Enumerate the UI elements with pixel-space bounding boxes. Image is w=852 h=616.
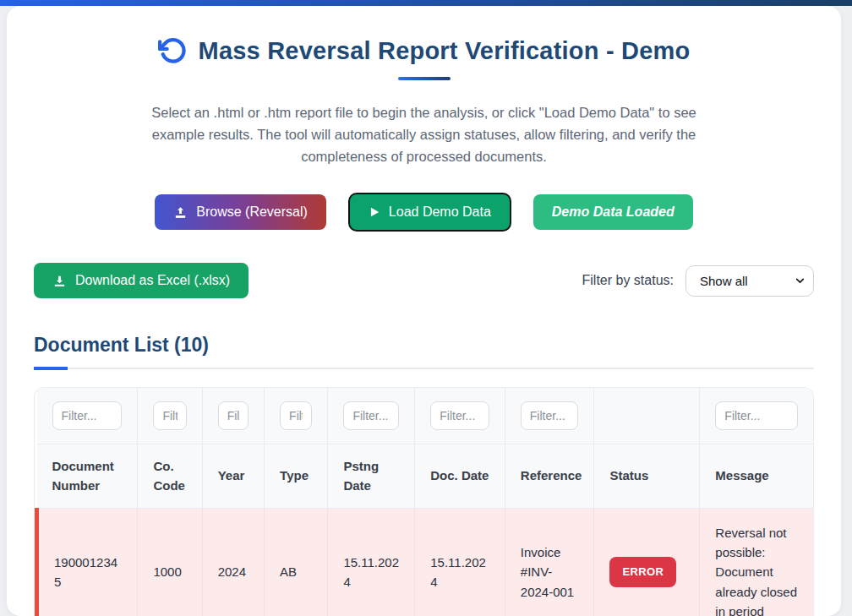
- filter-input-message[interactable]: [715, 401, 798, 430]
- demo-data-loaded-button[interactable]: Demo Data Loaded: [533, 194, 693, 230]
- filter-input-document-number[interactable]: [52, 401, 123, 430]
- column-header-row: Document Number Co. Code Year Type Pstng…: [37, 444, 814, 509]
- column-header-message: Message: [700, 444, 813, 509]
- load-demo-button-label: Load Demo Data: [389, 204, 491, 220]
- filter-input-year[interactable]: [218, 401, 248, 430]
- column-header-status: Status: [594, 444, 700, 509]
- cell-doc-date: 15.11.2024: [415, 509, 505, 616]
- column-filter-row: [37, 388, 814, 444]
- browse-reversal-button[interactable]: Browse (Reversal): [155, 194, 326, 230]
- toolbar: Download as Excel (.xlsx) Filter by stat…: [34, 263, 814, 298]
- page-header: Mass Reversal Report Verification - Demo: [34, 36, 814, 65]
- column-header-co-code: Co. Code: [138, 444, 202, 509]
- download-button-label: Download as Excel (.xlsx): [75, 273, 230, 288]
- cell-pstng-date: 15.11.2024: [328, 509, 415, 616]
- filter-input-doc-date[interactable]: [430, 401, 489, 430]
- filter-input-co-code[interactable]: [153, 401, 186, 430]
- status-badge: ERROR: [609, 557, 676, 587]
- cell-document-number: 1900012345: [37, 509, 138, 616]
- column-header-year: Year: [202, 444, 264, 509]
- cell-type: AB: [265, 509, 328, 616]
- column-header-pstng-date: Pstng Date: [328, 444, 415, 509]
- reversal-arrow-icon: [158, 36, 187, 65]
- cell-reference: Invoice #INV-2024-001: [505, 509, 594, 616]
- filter-input-type[interactable]: [280, 401, 312, 430]
- cell-co-code: 1000: [138, 509, 202, 616]
- column-header-type: Type: [265, 444, 328, 509]
- status-filter-select[interactable]: Show all: [685, 265, 814, 297]
- demo-loaded-label: Demo Data Loaded: [552, 204, 674, 220]
- upload-icon: [173, 205, 188, 220]
- status-filter-label: Filter by status:: [582, 273, 674, 288]
- column-header-document-number: Document Number: [37, 444, 138, 509]
- download-icon: [52, 274, 67, 288]
- document-list-heading: Document List (10): [34, 334, 814, 357]
- main-card: Mass Reversal Report Verification - Demo…: [7, 6, 841, 616]
- browse-button-label: Browse (Reversal): [196, 204, 308, 220]
- section-divider: [34, 368, 814, 369]
- cell-status: ERROR: [594, 509, 700, 616]
- cell-message: Reversal not possible: Document already …: [700, 509, 813, 616]
- play-icon: [369, 206, 380, 218]
- column-header-reference: Reference: [505, 444, 594, 509]
- cell-year: 2024: [202, 509, 264, 616]
- title-underline: [398, 77, 451, 80]
- column-header-doc-date: Doc. Date: [415, 444, 505, 509]
- filter-input-reference[interactable]: [521, 401, 579, 430]
- status-filter-control: Filter by status: Show all: [582, 265, 814, 297]
- document-table: Document Number Co. Code Year Type Pstng…: [35, 388, 813, 616]
- top-accent-bar: [0, 0, 852, 6]
- table-row: 1900012345 1000 2024 AB 15.11.2024 15.11…: [37, 509, 814, 616]
- filter-input-pstng-date[interactable]: [343, 401, 399, 430]
- status-filter-wrap: Show all: [685, 265, 814, 297]
- filter-cell-status-empty: [594, 388, 700, 444]
- actions-row: Browse (Reversal) Load Demo Data Demo Da…: [34, 193, 814, 232]
- load-demo-data-button[interactable]: Load Demo Data: [348, 193, 511, 232]
- page-title: Mass Reversal Report Verification - Demo: [199, 37, 691, 65]
- page-description: Select an .html or .htm report file to b…: [137, 101, 712, 167]
- document-table-container: Document Number Co. Code Year Type Pstng…: [34, 387, 814, 616]
- download-excel-button[interactable]: Download as Excel (.xlsx): [34, 263, 248, 298]
